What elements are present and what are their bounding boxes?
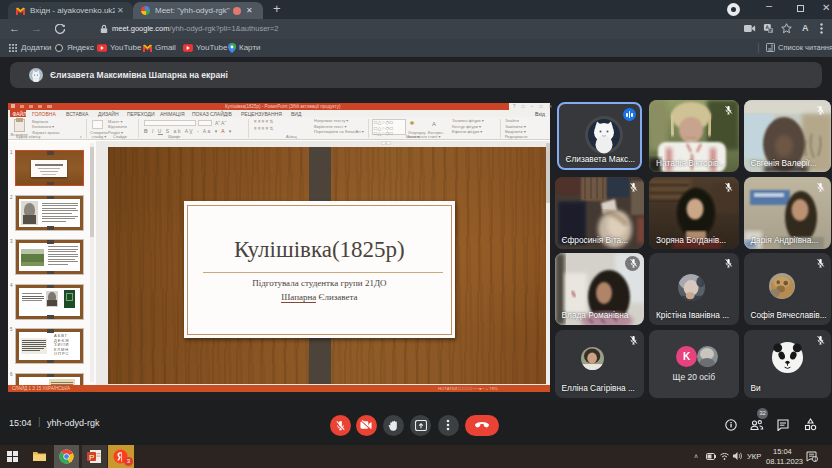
svg-text:P: P	[89, 453, 94, 462]
